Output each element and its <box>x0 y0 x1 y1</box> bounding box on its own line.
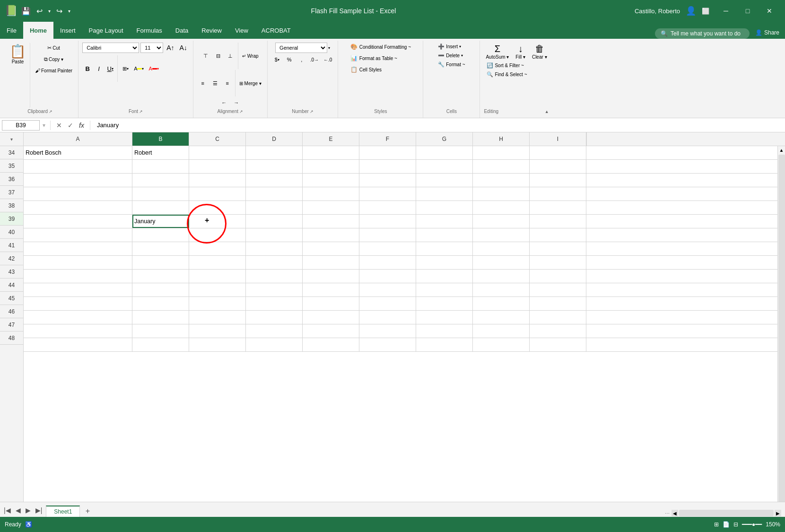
tab-file[interactable]: File <box>0 22 23 39</box>
cell-b37[interactable] <box>132 187 189 201</box>
cell-c46[interactable] <box>189 311 246 324</box>
add-sheet-button[interactable]: + <box>81 506 94 517</box>
cell-a43[interactable] <box>24 270 132 283</box>
font-name-select[interactable]: Calibri <box>82 43 139 53</box>
cell-a36[interactable] <box>24 174 132 187</box>
cell-f41[interactable] <box>359 242 416 255</box>
cell-i47[interactable] <box>530 324 586 338</box>
cell-g40[interactable] <box>416 228 473 242</box>
cell-a42[interactable] <box>24 256 132 269</box>
cell-d44[interactable] <box>246 283 303 297</box>
cell-h48[interactable] <box>473 338 530 351</box>
find-select-button[interactable]: 🔍 Find & Select ~ <box>484 70 530 78</box>
cell-c37[interactable] <box>189 187 246 201</box>
cell-f36[interactable] <box>359 174 416 187</box>
cell-f35[interactable] <box>359 160 416 173</box>
cell-c39[interactable] <box>189 215 246 228</box>
cell-h43[interactable] <box>473 270 530 283</box>
cell-f45[interactable] <box>359 297 416 310</box>
underline-button[interactable]: U ▾ <box>105 63 115 74</box>
cell-c38[interactable] <box>189 201 246 214</box>
cell-b48[interactable] <box>132 338 189 351</box>
cell-a39[interactable] <box>24 215 132 228</box>
col-header-b[interactable]: B <box>132 132 189 146</box>
alignment-expand-icon[interactable]: ↗ <box>239 109 243 114</box>
maximize-button[interactable]: □ <box>737 0 759 22</box>
tab-insert[interactable]: Insert <box>53 22 82 39</box>
cell-h38[interactable] <box>473 201 530 214</box>
cell-d45[interactable] <box>246 297 303 310</box>
cell-h37[interactable] <box>473 187 530 201</box>
cell-g47[interactable] <box>416 324 473 338</box>
cell-e46[interactable] <box>303 311 359 324</box>
cell-b34[interactable]: Robert <box>132 146 189 159</box>
row-header-40[interactable]: 40 <box>0 226 23 239</box>
number-format-select[interactable]: General <box>275 43 327 53</box>
cell-i45[interactable] <box>530 297 586 310</box>
col-header-h[interactable]: H <box>473 132 530 146</box>
cell-g45[interactable] <box>416 297 473 310</box>
name-box[interactable] <box>2 120 40 131</box>
cell-a47[interactable] <box>24 324 132 338</box>
cell-d46[interactable] <box>246 311 303 324</box>
col-header-c[interactable]: C <box>189 132 246 146</box>
cell-g48[interactable] <box>416 338 473 351</box>
cell-i38[interactable] <box>530 201 586 214</box>
cell-b44[interactable] <box>132 283 189 297</box>
format-as-table-button[interactable]: 📊 Format as Table ~ <box>349 54 413 62</box>
cell-i39[interactable] <box>530 215 586 228</box>
italic-button[interactable]: I <box>94 63 104 74</box>
row-header-34[interactable]: 34 <box>0 146 23 159</box>
row-header-48[interactable]: 48 <box>0 331 23 345</box>
cell-c45[interactable] <box>189 297 246 310</box>
normal-view-icon[interactable]: ⊞ <box>714 521 719 528</box>
cell-e38[interactable] <box>303 201 359 214</box>
cell-e48[interactable] <box>303 338 359 351</box>
cell-f34[interactable] <box>359 146 416 159</box>
cell-i44[interactable] <box>530 283 586 297</box>
cell-h42[interactable] <box>473 256 530 269</box>
cell-i37[interactable] <box>530 187 586 201</box>
indent-decrease-button[interactable]: ← <box>218 97 230 108</box>
cell-d48[interactable] <box>246 338 303 351</box>
col-header-d[interactable]: D <box>246 132 303 146</box>
cell-g38[interactable] <box>416 201 473 214</box>
cell-h41[interactable] <box>473 242 530 255</box>
indent-increase-button[interactable]: → <box>231 97 242 108</box>
cell-d39[interactable] <box>246 215 303 228</box>
cell-f40[interactable] <box>359 228 416 242</box>
cell-g39[interactable] <box>416 215 473 228</box>
ribbon-collapse-icon[interactable]: ▲ <box>545 109 549 114</box>
cell-c43[interactable] <box>189 270 246 283</box>
wrap-text-button[interactable]: ↵ Wrap <box>240 51 261 61</box>
cell-e37[interactable] <box>303 187 359 201</box>
profile-icon[interactable]: 👤 <box>686 6 696 16</box>
cell-f47[interactable] <box>359 324 416 338</box>
cell-d47[interactable] <box>246 324 303 338</box>
tab-data[interactable]: Data <box>169 22 195 39</box>
align-right-button[interactable]: ≡ <box>222 78 233 88</box>
tab-home[interactable]: Home <box>23 22 53 39</box>
cell-g42[interactable] <box>416 256 473 269</box>
decimal-decrease-button[interactable]: ←.0 <box>322 54 334 65</box>
redo-button[interactable]: ↪ <box>54 6 64 17</box>
cell-c34[interactable] <box>189 146 246 159</box>
cell-i43[interactable] <box>530 270 586 283</box>
font-size-select[interactable]: 11 <box>140 43 163 53</box>
cell-a44[interactable] <box>24 283 132 297</box>
share-button[interactable]: 👤Share <box>750 26 785 39</box>
cell-e36[interactable] <box>303 174 359 187</box>
cell-d34[interactable] <box>246 146 303 159</box>
cell-b39[interactable]: January <box>132 215 189 228</box>
format-painter-button[interactable]: 🖌 Format Painter <box>33 65 74 76</box>
cell-e35[interactable] <box>303 160 359 173</box>
cell-e47[interactable] <box>303 324 359 338</box>
cell-f42[interactable] <box>359 256 416 269</box>
cell-g43[interactable] <box>416 270 473 283</box>
horizontal-scrollbar[interactable]: ◀ ▶ <box>672 509 781 517</box>
sheet-nav-last[interactable]: ▶| <box>34 506 44 515</box>
merge-center-button[interactable]: ⊞ Merge ▾ <box>237 78 263 88</box>
row-header-39[interactable]: 39 <box>0 212 23 226</box>
tab-page-layout[interactable]: Page Layout <box>82 22 130 39</box>
cell-g44[interactable] <box>416 283 473 297</box>
